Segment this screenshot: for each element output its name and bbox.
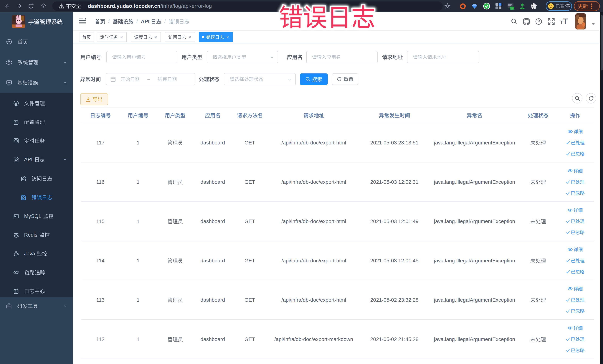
svg-text:on: on: [511, 7, 513, 10]
